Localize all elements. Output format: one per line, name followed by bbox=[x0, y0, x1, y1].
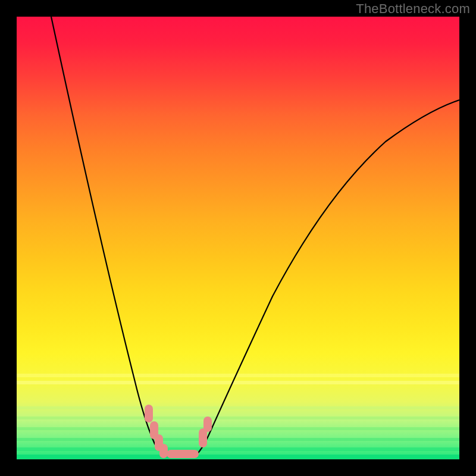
marker-7 bbox=[203, 416, 212, 432]
marker-5 bbox=[167, 450, 199, 458]
plot-area bbox=[17, 17, 459, 459]
curve-left-branch bbox=[51, 17, 167, 456]
bottleneck-curve bbox=[17, 17, 459, 459]
watermark-text: TheBottleneck.com bbox=[356, 1, 470, 17]
chart-frame: TheBottleneck.com bbox=[0, 0, 476, 476]
curve-right-branch bbox=[195, 100, 459, 456]
marker-1 bbox=[145, 405, 153, 422]
